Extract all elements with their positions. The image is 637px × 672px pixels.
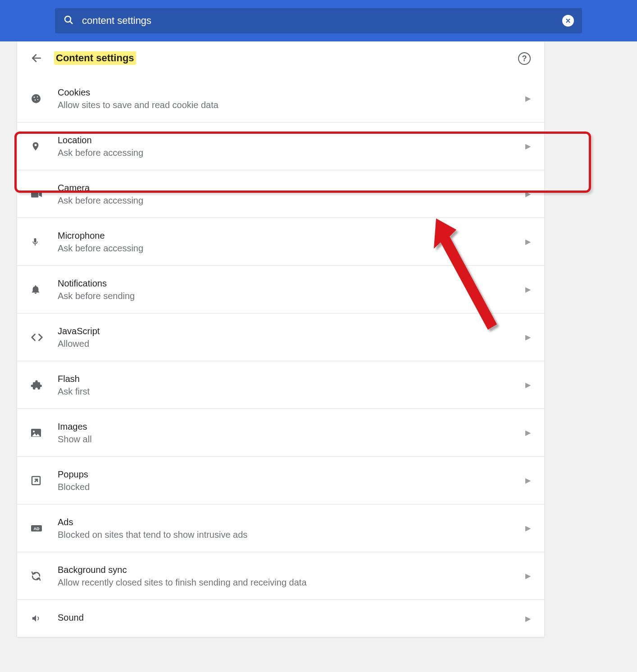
- row-title: JavaScript: [58, 325, 525, 337]
- row-title: Popups: [58, 468, 525, 480]
- popup-icon: [31, 475, 46, 486]
- clear-search-button[interactable]: [562, 15, 574, 27]
- row-images[interactable]: Images Show all ▶: [17, 409, 544, 457]
- chevron-right-icon: ▶: [525, 428, 531, 437]
- search-box[interactable]: [55, 8, 582, 33]
- image-icon: [31, 428, 46, 438]
- row-title: Ads: [58, 516, 525, 528]
- row-subtitle: Ask before sending: [58, 291, 525, 301]
- row-title: Sound: [58, 612, 525, 623]
- row-flash[interactable]: Flash Ask first ▶: [17, 361, 544, 409]
- chevron-right-icon: ▶: [525, 237, 531, 246]
- row-subtitle: Blocked on sites that tend to show intru…: [58, 530, 525, 540]
- row-title: Background sync: [58, 564, 525, 576]
- row-subtitle: Allowed: [58, 339, 525, 349]
- search-icon: [63, 14, 74, 27]
- sync-icon: [31, 571, 46, 581]
- svg-rect-9: [35, 244, 36, 245]
- row-ads[interactable]: AD Ads Blocked on sites that tend to sho…: [17, 504, 544, 552]
- svg-point-3: [32, 94, 41, 103]
- svg-point-7: [37, 99, 38, 100]
- code-icon: [31, 333, 46, 341]
- page-title: Content settings: [54, 51, 136, 65]
- chevron-right-icon: ▶: [525, 190, 531, 198]
- camera-icon: [31, 190, 46, 198]
- row-sound[interactable]: Sound ▶: [17, 600, 544, 637]
- row-notifications[interactable]: Notifications Ask before sending ▶: [17, 266, 544, 313]
- cookie-icon: [31, 93, 46, 104]
- chevron-right-icon: ▶: [525, 333, 531, 341]
- row-title: Notifications: [58, 277, 525, 289]
- ads-icon: AD: [31, 524, 46, 533]
- sound-icon: [31, 613, 46, 623]
- row-cookies[interactable]: Cookies Allow sites to save and read coo…: [17, 75, 544, 123]
- row-subtitle: Ask before accessing: [58, 195, 525, 206]
- chevron-right-icon: ▶: [525, 614, 531, 623]
- svg-point-6: [35, 99, 36, 100]
- row-camera[interactable]: Camera Ask before accessing ▶: [17, 170, 544, 218]
- chevron-right-icon: ▶: [525, 381, 531, 389]
- microphone-icon: [31, 236, 46, 248]
- svg-point-0: [65, 16, 71, 22]
- row-location[interactable]: Location Ask before accessing ▶: [17, 123, 544, 170]
- chevron-right-icon: ▶: [525, 572, 531, 580]
- search-input[interactable]: [82, 15, 562, 27]
- row-subtitle: Allow recently closed sites to finish se…: [58, 577, 525, 588]
- row-microphone[interactable]: Microphone Ask before accessing ▶: [17, 218, 544, 266]
- chevron-right-icon: ▶: [525, 524, 531, 532]
- chevron-right-icon: ▶: [525, 476, 531, 485]
- row-title: Location: [58, 134, 525, 146]
- svg-text:AD: AD: [34, 527, 40, 531]
- svg-point-11: [33, 431, 35, 432]
- row-subtitle: Ask before accessing: [58, 243, 525, 254]
- chevron-right-icon: ▶: [525, 94, 531, 103]
- row-title: Camera: [58, 182, 525, 194]
- row-background-sync[interactable]: Background sync Allow recently closed si…: [17, 552, 544, 600]
- chevron-right-icon: ▶: [525, 142, 531, 150]
- page-header: Content settings ?: [17, 41, 544, 75]
- svg-rect-8: [31, 191, 38, 197]
- row-title: Images: [58, 421, 525, 432]
- row-subtitle: Blocked: [58, 482, 525, 492]
- row-popups[interactable]: Popups Blocked ▶: [17, 457, 544, 504]
- row-title: Microphone: [58, 230, 525, 241]
- svg-point-5: [37, 96, 38, 97]
- chevron-right-icon: ▶: [525, 285, 531, 294]
- svg-point-4: [34, 96, 35, 98]
- content-settings-panel: Content settings ? Cookies Allow sites t…: [17, 41, 544, 637]
- svg-line-1: [70, 21, 73, 24]
- location-icon: [31, 141, 46, 152]
- back-arrow-icon[interactable]: [31, 52, 42, 64]
- row-subtitle: Ask before accessing: [58, 148, 525, 158]
- puzzle-icon: [31, 379, 46, 391]
- row-title: Cookies: [58, 86, 525, 98]
- row-title: Flash: [58, 373, 525, 385]
- help-icon[interactable]: ?: [518, 52, 531, 65]
- topbar: [0, 0, 637, 41]
- bell-icon: [31, 284, 46, 295]
- row-subtitle: Show all: [58, 434, 525, 445]
- row-javascript[interactable]: JavaScript Allowed ▶: [17, 313, 544, 361]
- row-subtitle: Ask first: [58, 386, 525, 397]
- row-subtitle: Allow sites to save and read cookie data: [58, 100, 525, 110]
